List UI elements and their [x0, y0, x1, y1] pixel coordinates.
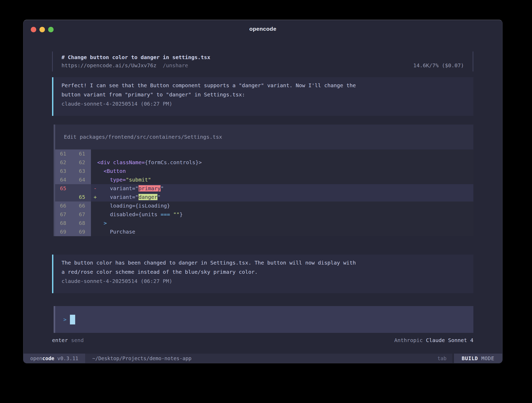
line-number-old: 63 [55, 167, 72, 175]
enter-key-hint: enter [52, 337, 68, 343]
message-text-line: Perfect! I can see that the Button compo… [62, 81, 465, 90]
code-line: - variant="primary" [91, 184, 473, 193]
line-number-new: 64 [72, 175, 91, 184]
provider-label: Anthropic [394, 337, 426, 343]
added-marker-icon: + [94, 193, 97, 202]
code-line: <div className={formCs.controls}> [91, 158, 473, 167]
line-number-old: 62 [55, 158, 72, 167]
prompt-input[interactable]: > [54, 306, 473, 333]
app-version: v0.3.11 [54, 355, 79, 361]
line-number-old: 67 [55, 210, 72, 219]
diff-row: 6464 type="submit" [55, 175, 473, 184]
unshare-command: /unshare [163, 61, 188, 70]
app-window: opencode # Change button color to danger… [23, 20, 503, 363]
helper-row: enter send Anthropic Claude Sonnet 4 [52, 337, 473, 343]
diff-row: 6666 loading={isLoading} [55, 202, 473, 210]
diff-row: 65+ variant="danger" [55, 193, 473, 202]
line-number-old: 68 [55, 219, 72, 228]
code-line: + variant="danger" [91, 193, 473, 202]
line-number-new: 61 [72, 149, 91, 158]
code-line: <Button [91, 167, 473, 175]
line-number-old: 61 [55, 149, 72, 158]
code-line [91, 149, 473, 158]
code-line: Purchase [91, 228, 473, 236]
assistant-message: The button color has been changed to dan… [52, 255, 473, 293]
message-meta: claude-sonnet-4-20250514 (06:27 PM) [62, 99, 465, 109]
assistant-message: Perfect! I can see that the Button compo… [52, 77, 473, 116]
context-stats: 14.6K/7% ($0.07) [413, 61, 464, 70]
session-title: # Change button color to danger in setti… [62, 53, 464, 61]
diff-row: 6767 disabled={units === ""} [55, 210, 473, 219]
mode-badge: BUILD MODE [452, 354, 502, 363]
diff-row: 6969 Purchase [55, 228, 473, 236]
tab-key-hint: tab [437, 354, 452, 363]
line-number-new: 69 [72, 228, 91, 236]
share-url: https://opencode.ai/s/UwJxv76z [62, 61, 156, 70]
line-number-new: 66 [72, 202, 91, 210]
message-text-line: button variant from "primary" to "danger… [62, 90, 465, 99]
code-line: type="submit" [91, 175, 473, 184]
cwd-path: ~/Desktop/Projects/demo-notes-app [92, 354, 192, 363]
line-number-new: 63 [72, 167, 91, 175]
line-number-old: 64 [55, 175, 72, 184]
send-action-hint: send [68, 337, 84, 343]
edit-tool-label: Edit packages/frontend/src/containers/Se… [55, 125, 473, 149]
message-text-line: The button color has been changed to dan… [62, 258, 465, 267]
model-indicator: Anthropic Claude Sonnet 4 [394, 337, 473, 343]
diff-row: 6161 [55, 149, 473, 158]
app-version-badge: opencode v0.3.11 [23, 354, 85, 363]
model-label: Claude Sonnet 4 [426, 337, 473, 343]
diff-row: 6363 <Button [55, 167, 473, 175]
line-number-old [55, 193, 72, 202]
line-number-old: 69 [55, 228, 72, 236]
diff-row: 6262 <div className={formCs.controls}> [55, 158, 473, 167]
removed-marker-icon: - [94, 184, 97, 193]
app-name: open [30, 355, 42, 361]
message-meta: claude-sonnet-4-20250514 (06:27 PM) [62, 277, 465, 286]
session-header: # Change button color to danger in setti… [52, 51, 473, 71]
prompt-chevron-icon: > [63, 316, 66, 323]
line-number-new: 65 [72, 193, 91, 202]
diff-row: 6868 > [55, 219, 473, 228]
diff-row: 65 - variant="primary" [55, 184, 473, 193]
statusbar: opencode v0.3.11 ~/Desktop/Projects/demo… [23, 354, 502, 363]
line-number-new: 68 [72, 219, 91, 228]
line-number-old: 66 [55, 202, 72, 210]
window-title: opencode [23, 26, 502, 32]
titlebar: opencode [23, 20, 502, 36]
line-number-new: 67 [72, 210, 91, 219]
code-line: loading={isLoading} [91, 202, 473, 210]
code-line: disabled={units === ""} [91, 210, 473, 219]
diff-view: 6161 6262 <div className={formCs.control… [55, 149, 473, 236]
code-line: > [91, 219, 473, 228]
edit-tool-block: Edit packages/frontend/src/containers/Se… [54, 125, 473, 236]
text-cursor [70, 315, 75, 324]
line-number-new: 62 [72, 158, 91, 167]
message-text-line: a red/rose color scheme instead of the b… [62, 267, 465, 277]
line-number-new [72, 184, 91, 193]
line-number-old: 65 [55, 184, 72, 193]
